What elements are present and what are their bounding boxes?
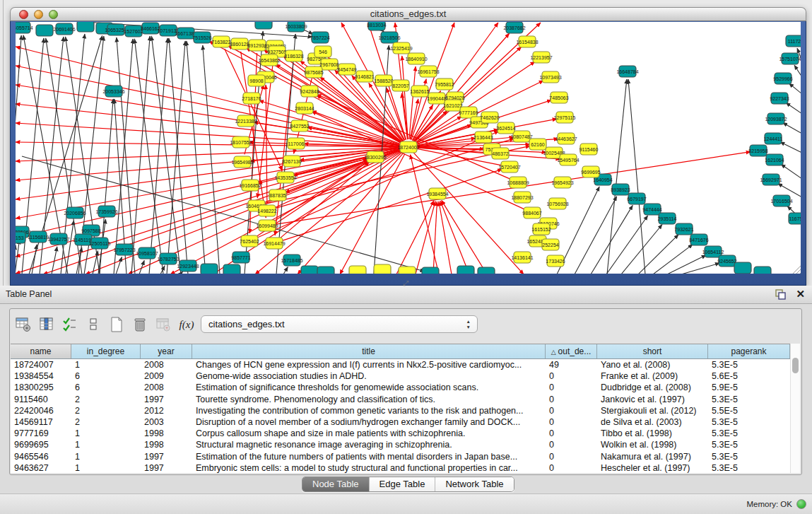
graph-node[interactable]: 887835 <box>269 189 286 201</box>
network-view[interactable]: 1405571420691406106532571527602846616210… <box>16 22 801 274</box>
table-row[interactable]: 911546021997Tourette syndrome. Phenomeno… <box>11 394 791 405</box>
graph-node[interactable] <box>374 264 391 274</box>
graph-node[interactable]: 2803144 <box>295 103 314 114</box>
graph-node[interactable]: 12213957 <box>530 52 552 63</box>
graph-node[interactable] <box>457 266 474 274</box>
graph-node[interactable] <box>399 267 416 274</box>
graph-node[interactable]: 62160 <box>529 139 546 150</box>
graph-node[interactable] <box>77 22 94 32</box>
graph-node[interactable]: 7955812 <box>435 78 454 90</box>
graph-node[interactable]: 9146821 <box>355 71 374 82</box>
import-table-icon[interactable] <box>154 315 172 334</box>
graph-node[interactable]: 9242848 <box>300 86 319 97</box>
graph-node[interactable]: 1588520 <box>374 75 393 86</box>
graph-node[interactable]: 8454749 <box>337 64 356 75</box>
graph-node[interactable] <box>223 264 240 274</box>
graph-node[interactable]: 16099489 <box>256 220 278 231</box>
graph-node[interactable]: 14463627 <box>555 133 577 144</box>
graph-node[interactable]: 16033809 <box>285 22 307 32</box>
graph-node[interactable]: 1244411 <box>764 133 783 144</box>
graph-node[interactable]: 546 <box>314 46 331 57</box>
graph-node[interactable] <box>734 262 751 274</box>
graph-node[interactable]: 19218506 <box>378 32 400 43</box>
graph-node[interactable]: 12923448 <box>177 260 199 271</box>
minimize-window-button[interactable] <box>34 10 43 19</box>
new-table-icon[interactable] <box>107 315 126 334</box>
graph-node[interactable]: 16154838 <box>516 36 538 47</box>
graph-node[interactable]: 6679197 <box>627 193 646 204</box>
tab-network-table[interactable]: Network Table <box>435 477 513 491</box>
tab-node-table[interactable]: Node Table <box>302 477 369 491</box>
scrollbar-thumb[interactable] <box>792 358 799 373</box>
graph-node[interactable]: 822057 <box>392 80 409 91</box>
graph-node[interactable]: 7515526 <box>192 32 211 43</box>
graph-node[interactable] <box>754 267 771 274</box>
table-row[interactable]: 1872400712008Changes of HCN gene express… <box>11 359 791 370</box>
graph-node[interactable]: 15718485 <box>281 255 302 266</box>
graph-node[interactable]: 20053346 <box>102 86 124 97</box>
graph-node[interactable]: 8860128 <box>230 38 249 49</box>
graph-node[interactable]: 16543862 <box>258 54 280 66</box>
column-header-out_de[interactable]: △out_de... <box>546 344 597 358</box>
graph-node[interactable]: 39153 <box>16 232 25 243</box>
row-height-icon[interactable] <box>84 315 102 334</box>
graph-node[interactable] <box>349 266 366 274</box>
split-divider-handle-icon[interactable]: ⤢ <box>403 279 408 288</box>
graph-node[interactable]: 252254 <box>542 239 559 250</box>
graph-node[interactable]: 98908 <box>248 75 265 86</box>
delete-table-icon[interactable] <box>131 315 149 334</box>
graph-node[interactable]: 2136443 <box>473 132 493 143</box>
graph-node[interactable]: 17359926 <box>95 206 117 217</box>
graph-node[interactable] <box>301 266 318 274</box>
graph-node[interactable]: 9529966 <box>773 73 792 84</box>
table-row[interactable]: 946554611997Estimation of the future num… <box>11 451 791 462</box>
graph-node[interactable] <box>422 267 439 274</box>
graph-node[interactable]: 12505115 <box>89 238 111 249</box>
graph-node[interactable]: 18300295 <box>364 151 386 163</box>
graph-node[interactable]: 9857771 <box>231 252 250 263</box>
graph-node[interactable]: 19654923 <box>551 177 573 188</box>
graph-node[interactable]: 20387682 <box>503 22 525 33</box>
graph-node[interactable]: 16782753 <box>157 253 179 264</box>
graph-node[interactable]: 11172 <box>786 35 801 47</box>
graph-node[interactable]: 486372 <box>492 148 509 159</box>
graph-node[interactable]: 9474444 <box>642 204 661 215</box>
graph-node[interactable]: 117006 <box>288 138 305 149</box>
graph-node[interactable]: 8471676 <box>689 234 708 245</box>
table-row[interactable]: 1938455462009Genome-wide association stu… <box>11 370 791 382</box>
graph-node[interactable]: 17957223 <box>113 244 135 255</box>
close-window-button[interactable] <box>19 10 28 19</box>
column-header-short[interactable]: short <box>597 344 708 358</box>
table-row[interactable]: 977716911998Corpus callosum shape and si… <box>11 428 791 439</box>
graph-node[interactable]: 116753 <box>789 213 801 224</box>
graph-node[interactable]: 10756928 <box>546 198 568 209</box>
graph-node[interactable]: 20206856 <box>64 207 86 218</box>
graph-node[interactable]: 16648784 <box>616 66 638 77</box>
column-header-in_degree[interactable]: in_degree <box>71 344 141 358</box>
graph-node[interactable]: 19654988 <box>231 156 253 168</box>
graph-node[interactable]: 8215958 <box>748 145 767 156</box>
graph-node[interactable]: 17016504 <box>770 195 792 206</box>
table-row[interactable]: 946362711997Embryonic stem cells: a mode… <box>11 462 791 473</box>
graph-node[interactable]: 12975115 <box>554 112 576 123</box>
graph-node[interactable]: 8938923 <box>611 184 630 195</box>
graph-node[interactable]: 16914479 <box>263 238 285 249</box>
graph-node[interactable]: 2718176 <box>242 93 261 104</box>
show-columns-icon[interactable] <box>37 315 56 334</box>
graph-node[interactable]: 20691406 <box>53 23 75 35</box>
graph-node[interactable]: 7932621 <box>674 223 693 235</box>
window-titlebar[interactable]: citations_edges.txt <box>10 7 806 21</box>
graph-node[interactable] <box>255 22 272 29</box>
select-columns-icon[interactable] <box>61 315 79 334</box>
graph-node[interactable]: 10973493 <box>539 71 561 83</box>
graph-node[interactable]: 15495764 <box>557 154 579 165</box>
graph-node[interactable]: 1498222 <box>257 205 276 216</box>
graph-node[interactable]: 1733426 <box>546 255 565 267</box>
graph-node[interactable]: 11156819 <box>28 231 49 243</box>
graph-node[interactable]: 1615152 <box>531 223 551 235</box>
graph-node[interactable]: 15720407 <box>498 161 520 173</box>
graph-node[interactable]: 7625402 <box>240 235 259 247</box>
graph-node[interactable]: 8267130 <box>282 156 301 167</box>
graph-node[interactable]: 8186328 <box>284 50 303 62</box>
graph-node[interactable]: 14136141 <box>511 252 533 263</box>
